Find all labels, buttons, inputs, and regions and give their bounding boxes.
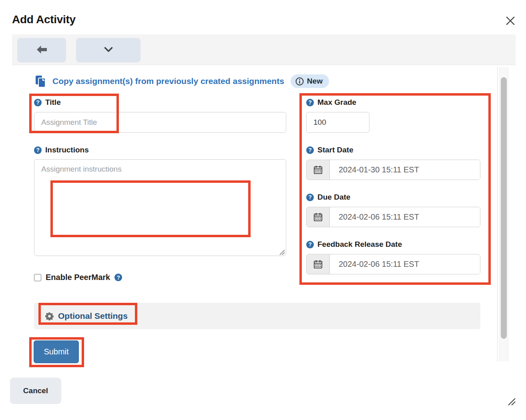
max-grade-label-row: ? Max Grade <box>306 98 356 107</box>
copy-row: Copy assignment(s) from previously creat… <box>35 74 329 89</box>
instructions-textarea[interactable] <box>34 159 286 256</box>
start-date-group <box>306 160 480 180</box>
feedback-release-date-group <box>306 254 480 274</box>
max-grade-input[interactable] <box>306 112 369 133</box>
due-date-group <box>306 207 480 227</box>
due-date-input[interactable] <box>330 207 480 227</box>
start-date-label-row: ? Start Date <box>306 146 353 154</box>
due-date-label: Due Date <box>317 193 350 202</box>
help-icon[interactable]: ? <box>34 99 42 106</box>
title-label-row: ? Title <box>34 98 61 107</box>
optional-settings-bar[interactable]: Optional Settings <box>34 303 480 329</box>
gear-icon <box>45 312 54 320</box>
copy-icon <box>35 75 46 88</box>
dropdown-button[interactable] <box>76 38 141 62</box>
help-icon[interactable]: ? <box>306 99 314 106</box>
toolbar <box>12 34 516 65</box>
copy-assignments-link[interactable]: Copy assignment(s) from previously creat… <box>52 76 284 86</box>
help-icon[interactable]: ? <box>306 146 314 154</box>
enable-peermark-checkbox[interactable] <box>34 274 41 281</box>
max-grade-label: Max Grade <box>317 98 356 107</box>
add-activity-modal: Add Activity Copy assignment(s) from pre… <box>0 0 526 420</box>
submit-button[interactable]: Submit <box>34 340 79 363</box>
content-border <box>497 67 498 362</box>
page-title: Add Activity <box>12 13 76 26</box>
help-icon[interactable]: ? <box>306 241 314 248</box>
new-badge: New <box>291 74 329 88</box>
cancel-button[interactable]: Cancel <box>10 378 61 404</box>
help-icon[interactable]: ? <box>306 194 314 201</box>
calendar-icon[interactable] <box>307 160 330 180</box>
feedback-release-date-input[interactable] <box>330 254 480 274</box>
due-date-label-row: ? Due Date <box>306 193 350 202</box>
back-button[interactable] <box>17 38 66 62</box>
start-date-input[interactable] <box>330 160 480 180</box>
window-resize-handle[interactable] <box>506 396 516 407</box>
info-icon <box>295 77 304 86</box>
start-date-label: Start Date <box>317 146 353 154</box>
scrollbar-track[interactable] <box>499 67 508 361</box>
peermark-row: Enable PeerMark ? <box>34 273 122 282</box>
instructions-label: Instructions <box>45 146 89 154</box>
close-icon[interactable] <box>504 15 516 27</box>
feedback-release-date-label-row: ? Feedback Release Date <box>306 240 402 249</box>
new-badge-label: New <box>307 77 323 86</box>
feedback-release-date-label: Feedback Release Date <box>317 240 402 249</box>
help-icon[interactable]: ? <box>114 274 122 281</box>
title-input[interactable] <box>34 112 286 133</box>
optional-settings-label: Optional Settings <box>58 311 128 321</box>
enable-peermark-label: Enable PeerMark <box>46 273 110 282</box>
scrollbar-thumb[interactable] <box>501 77 507 339</box>
title-label: Title <box>45 98 61 107</box>
help-icon[interactable]: ? <box>34 146 42 154</box>
arrow-left-icon <box>36 45 47 55</box>
calendar-icon[interactable] <box>307 207 330 227</box>
instructions-label-row: ? Instructions <box>34 146 89 154</box>
calendar-icon[interactable] <box>307 254 330 274</box>
chevron-down-icon <box>104 47 113 54</box>
